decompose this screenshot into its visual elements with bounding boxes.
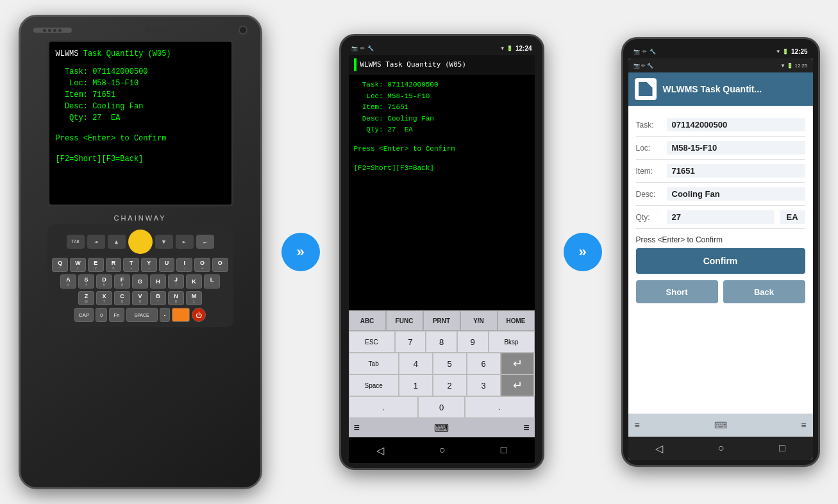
d2-task-line: Task: 071142000500 [354, 80, 530, 91]
modern-home-nav[interactable]: ○ [718, 442, 725, 454]
key-u[interactable]: U- [159, 258, 175, 272]
key-a[interactable]: A# [60, 274, 76, 289]
kb-6-key[interactable]: 6 [467, 353, 501, 374]
key-q[interactable]: Q* [52, 258, 68, 272]
phone-top-notch: 📷✏🔧 ▼ 🔋 12:24 [346, 41, 537, 55]
kb-row-1: ESC 7 8 9 Bksp [349, 331, 535, 353]
key-m[interactable]: M1 [186, 291, 202, 305]
key-b[interactable]: B* [150, 291, 166, 305]
tab-key[interactable]: TAB [67, 235, 85, 249]
fn-key[interactable]: Fn [109, 308, 124, 322]
menu-icon[interactable]: ≡ [354, 422, 360, 433]
app-indicator [354, 58, 356, 71]
orange-fn-key[interactable] [172, 308, 190, 322]
kb-space-key[interactable]: Space [349, 374, 399, 396]
kb-period-key[interactable]: . [465, 396, 535, 418]
key-d[interactable]: D5 [96, 274, 112, 289]
kb-1-key[interactable]: 1 [399, 374, 433, 396]
cap-key[interactable]: CAP [74, 308, 94, 322]
recents-nav-icon[interactable]: □ [501, 444, 507, 456]
front-camera [239, 26, 247, 35]
key-j[interactable]: J/ [168, 274, 184, 289]
d2-item-line: Item: 71651 [354, 102, 530, 113]
app-bar: WLWMS Task Quantity (W05) [349, 55, 535, 74]
kb-5-key[interactable]: 5 [433, 353, 467, 374]
kb-esc-key[interactable]: ESC [349, 331, 395, 353]
key-n[interactable]: N8 [168, 291, 184, 305]
key-x[interactable]: X7 [96, 291, 112, 305]
key-s[interactable]: S4 [78, 274, 94, 289]
kb-enter-key-2[interactable]: ↵ [501, 374, 535, 396]
key-o[interactable]: O+ [194, 258, 210, 272]
kb-7-key[interactable]: 7 [395, 331, 426, 353]
key-k[interactable]: K [186, 274, 202, 289]
power-key[interactable]: ⏻ [192, 308, 206, 322]
kb-0-key[interactable]: 0 [418, 396, 465, 418]
nav-cluster: TAB ◄ ▲ ▼ ► ← [53, 230, 228, 254]
kb-yn-key[interactable]: Y/N [460, 310, 498, 331]
back-nav-icon[interactable]: ◁ [376, 444, 384, 457]
kb-3-key[interactable]: 3 [467, 374, 501, 396]
enter-key[interactable]: ← [196, 235, 214, 249]
kb-row-2: Tab 4 5 6 ↵ [349, 353, 535, 374]
dot-key[interactable]: • [160, 308, 170, 322]
bottom-menu-icon[interactable]: ≡ [635, 420, 640, 430]
down-arrow-key[interactable]: ▼ [155, 235, 173, 249]
d2-desc-line: Desc: Cooling Fan [354, 113, 530, 125]
kb-comma-key[interactable]: , [349, 396, 419, 418]
kb-9-key[interactable]: 9 [457, 331, 489, 353]
item-field-row: Item: 71651 [636, 160, 805, 183]
kb-8-key[interactable]: 8 [426, 331, 457, 353]
left-arrow-key[interactable]: ◄ [87, 235, 105, 249]
terminal-screen: Task: 071142000500 Loc: M58-15-F10 Item:… [349, 74, 535, 310]
space-key[interactable]: SPACE [126, 308, 158, 322]
up-arrow-key[interactable]: ▲ [108, 235, 126, 249]
key-p[interactable]: O" [212, 258, 228, 272]
key-y[interactable]: Y- [141, 258, 157, 272]
key-w[interactable]: W1 [70, 258, 86, 272]
task-field-value: 071142000500 [667, 118, 805, 131]
qty-line: Qty: 27 EA [56, 112, 225, 124]
function-keys-line: [F2=Short][F3=Back] [56, 153, 225, 165]
key-t[interactable]: T+ [123, 258, 139, 272]
status-icons-right: ▼ 🔋 12:24 [500, 45, 532, 52]
kb-2-key[interactable]: 2 [433, 374, 467, 396]
short-button[interactable]: Short [636, 280, 718, 303]
kb-tab-key[interactable]: Tab [349, 353, 399, 374]
key-l[interactable]: L' [204, 274, 220, 289]
kb-func-key[interactable]: FUNC [386, 310, 423, 331]
transition-arrow-2: » [564, 233, 602, 271]
key-e[interactable]: E2 [88, 258, 104, 272]
key-z[interactable]: Z@ [78, 291, 94, 305]
menu-icon-2[interactable]: ≡ [523, 422, 529, 433]
zero-key[interactable]: 0 [96, 308, 107, 322]
keyboard-icon[interactable]: ⌨ [434, 422, 449, 434]
key-v[interactable]: V9 [132, 291, 148, 305]
kb-4-key[interactable]: 4 [399, 353, 433, 374]
speaker-grill [33, 28, 72, 33]
key-h[interactable]: H [150, 274, 166, 289]
key-r[interactable]: R6 [106, 258, 122, 272]
kb-prnt-key[interactable]: PRNT [423, 310, 460, 331]
modern-back-nav[interactable]: ◁ [655, 442, 663, 455]
qty-field-row: Qty: 27 EA [636, 206, 805, 229]
kb-abc-key[interactable]: ABC [349, 310, 386, 331]
confirm-button[interactable]: Confirm [636, 248, 805, 274]
back-button[interactable]: Back [723, 280, 805, 303]
home-nav-icon[interactable]: ○ [439, 444, 446, 456]
key-f[interactable]: F6 [114, 274, 130, 289]
kb-enter-key[interactable]: ↵ [501, 353, 535, 374]
modern-recents-nav[interactable]: □ [779, 442, 785, 454]
kb-home-key[interactable]: HOME [498, 310, 535, 331]
task-line: Task: 071142000500 [56, 66, 225, 78]
right-arrow-key[interactable]: ► [176, 235, 194, 249]
loc-field-value: M58-15-F10 [667, 141, 805, 155]
enter-key-center[interactable] [128, 230, 153, 254]
key-i[interactable]: I- [176, 258, 192, 272]
key-g[interactable]: G [132, 274, 148, 289]
kb-bksp-key[interactable]: Bksp [489, 331, 535, 353]
bottom-keyboard-icon[interactable]: ⌨ [714, 420, 727, 430]
item-line: Item: 71651 [56, 89, 225, 101]
key-c[interactable]: C8 [114, 291, 130, 305]
bottom-menu-icon-2[interactable]: ≡ [801, 420, 806, 430]
